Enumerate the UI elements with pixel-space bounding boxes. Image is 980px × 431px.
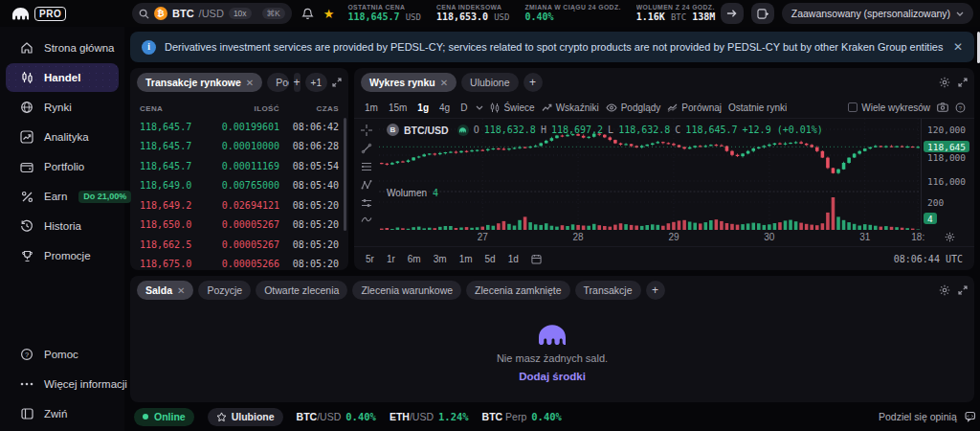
eye-icon <box>606 103 617 112</box>
chart-canvas-region[interactable]: B BTC/USD O118,632.8 H118,697.2 L118,632… <box>354 119 974 230</box>
sidebar-item-analytics[interactable]: Analityka <box>6 123 119 151</box>
ticker-btc-usd[interactable]: BTC/USD0.40% <box>297 411 376 422</box>
pair-search[interactable]: ₿ BTC/USD 10x ⌘K <box>132 3 292 24</box>
more-tabs-button[interactable]: +1 <box>305 73 327 92</box>
trade-row[interactable]: 118,649.00.0076500008:05:40 <box>130 176 348 196</box>
range-3m[interactable]: 3m <box>434 254 447 264</box>
close-icon[interactable]: ✕ <box>177 285 185 296</box>
recent-markets-button[interactable]: Ostatnie rynki <box>728 102 787 113</box>
last-volume-badge: 4 <box>924 213 937 224</box>
trade-row[interactable]: 118,645.70.0001000008:06:28 <box>130 137 348 157</box>
tab-market-trades[interactable]: Transakcje rynkowe ✕ <box>137 73 262 92</box>
trade-row[interactable]: 118,645.70.0001116908:05:54 <box>130 156 348 176</box>
layout-dropdown[interactable]: Zaawansowany (spersonalizowany) <box>782 3 973 24</box>
sidebar-item-trade[interactable]: Handel <box>6 63 119 92</box>
brush-tool-icon[interactable] <box>361 216 372 223</box>
interval-15m[interactable]: 15m <box>387 102 409 113</box>
interval-4h[interactable]: 4g <box>437 102 452 113</box>
compare-icon <box>667 103 678 112</box>
trade-row[interactable]: 118,649.20.0269412108:05:20 <box>130 195 348 216</box>
interval-1m[interactable]: 1m <box>363 102 380 113</box>
trade-row[interactable]: 118,645.70.0019960108:06:42 <box>130 117 348 137</box>
notifications-bell-icon[interactable] <box>301 8 314 20</box>
gear-icon[interactable] <box>939 284 950 296</box>
btc-icon: B <box>387 124 399 136</box>
trades-scrollbar[interactable] <box>344 118 346 231</box>
main-area: i Derivatives investment services are pr… <box>124 27 980 431</box>
tab-transactions[interactable]: Transakcje <box>575 281 641 300</box>
sidebar-item-portfolio[interactable]: Portfolio <box>6 152 119 181</box>
snapshot-camera-icon[interactable] <box>937 102 948 112</box>
interval-1h[interactable]: 1g <box>415 102 431 113</box>
trade-row[interactable]: 118,675.00.0000526608:05:20 <box>130 255 348 271</box>
ticker-btc-perp[interactable]: BTC Perp0.40% <box>482 411 562 422</box>
trendline-tool-icon[interactable] <box>361 143 372 154</box>
banner-text: Derivatives investment services are prov… <box>165 41 945 53</box>
range-1y[interactable]: 1r <box>387 254 395 264</box>
sidebar-item-home[interactable]: Strona główna <box>6 34 119 62</box>
expand-icon[interactable] <box>958 285 968 295</box>
add-tab-button[interactable]: + <box>523 73 543 92</box>
trade-row[interactable]: 118,662.50.0000526708:05:20 <box>130 235 348 255</box>
ticker-eth-usd[interactable]: ETH/USD1.24% <box>390 411 469 422</box>
feedback-link[interactable]: Podziel się opinią <box>879 411 957 422</box>
pattern-tool-icon[interactable] <box>361 179 372 191</box>
add-panel-button[interactable] <box>751 3 774 24</box>
svg-text:?: ? <box>959 104 963 110</box>
axis-gear-icon[interactable] <box>945 232 955 242</box>
price-axis[interactable]: 120,000 118,645 118,000 116,000 200 4 <box>921 119 974 230</box>
sidebar-item-more-info[interactable]: Więcej informacji <box>6 370 119 398</box>
position-tool-icon[interactable] <box>361 197 372 209</box>
expand-icon[interactable] <box>958 78 968 87</box>
tab-closed-orders[interactable]: Zlecenia zamknięte <box>466 281 569 300</box>
close-icon[interactable]: ✕ <box>440 78 448 88</box>
interval-chevron-icon[interactable] <box>476 105 483 110</box>
arrow-right-button[interactable] <box>721 3 744 24</box>
favorite-star-icon[interactable]: ★ <box>323 7 335 21</box>
chart-clock[interactable]: 08:06:44 UTC <box>894 254 963 264</box>
range-5d[interactable]: 5d <box>485 254 496 264</box>
range-1m[interactable]: 1m <box>459 254 473 264</box>
trade-row[interactable]: 118,650.00.0000526708:05:20 <box>130 216 348 236</box>
sidebar-item-help[interactable]: ? Pomoc <box>6 340 119 369</box>
connection-status[interactable]: Online <box>134 408 194 426</box>
compare-button[interactable]: Porównaj <box>667 102 722 113</box>
sidebar-item-earn[interactable]: Earn Do 21,00% <box>6 182 119 211</box>
tab-positions[interactable]: Pozycje <box>198 281 251 300</box>
chart-help-icon[interactable]: ? <box>955 102 966 113</box>
multi-chart-checkbox[interactable]: Wiele wykresów <box>848 102 930 113</box>
tab-balances[interactable]: Salda ✕ <box>137 281 193 300</box>
tab-summary[interactable]: Podsun <box>267 73 288 92</box>
tab-favorites[interactable]: Ulubione <box>461 73 518 92</box>
views-button[interactable]: Podglądy <box>606 102 661 113</box>
sidebar-item-collapse[interactable]: Zwiń <box>6 399 119 428</box>
sidebar-item-history[interactable]: Historia <box>6 212 119 240</box>
expand-icon[interactable] <box>332 78 342 87</box>
kraken-logo[interactable]: PRO <box>0 7 124 21</box>
add-funds-link[interactable]: Dodaj środki <box>519 371 586 382</box>
chart-toolbar: 1m 15m 1g 4g D Świece Wskaźniki Podglądy <box>354 97 974 119</box>
fib-tool-icon[interactable] <box>361 161 372 172</box>
tab-conditional-orders[interactable]: Zlecenia warunkowe <box>352 281 461 300</box>
add-tab-button[interactable]: + <box>646 281 665 300</box>
calendar-icon[interactable] <box>531 254 542 264</box>
sidebar-item-markets[interactable]: Rynki <box>6 93 119 122</box>
trophy-icon <box>19 250 34 262</box>
close-icon[interactable]: ✕ <box>246 78 254 88</box>
banner-close-icon[interactable]: ✕ <box>953 40 963 54</box>
range-6m[interactable]: 6m <box>408 254 421 264</box>
gear-icon[interactable] <box>939 77 950 88</box>
candle-icon <box>490 102 500 113</box>
range-5y[interactable]: 5r <box>366 254 374 264</box>
candle-type-button[interactable]: Świece <box>490 102 534 113</box>
favorites-pill[interactable]: Ulubione <box>208 408 283 426</box>
range-1d[interactable]: 1d <box>508 254 519 264</box>
time-axis[interactable]: 272829303118: <box>354 230 974 246</box>
interval-1d[interactable]: D <box>458 102 469 113</box>
crosshair-tool-icon[interactable] <box>361 125 372 136</box>
tab-market-chart[interactable]: Wykres rynku ✕ <box>361 73 457 92</box>
tab-open-orders[interactable]: Otwarte zlecenia <box>256 281 347 300</box>
add-tab-button[interactable]: + <box>294 73 301 92</box>
indicators-button[interactable]: Wskaźniki <box>542 102 599 113</box>
sidebar-item-promotions[interactable]: Promocje <box>6 241 119 270</box>
